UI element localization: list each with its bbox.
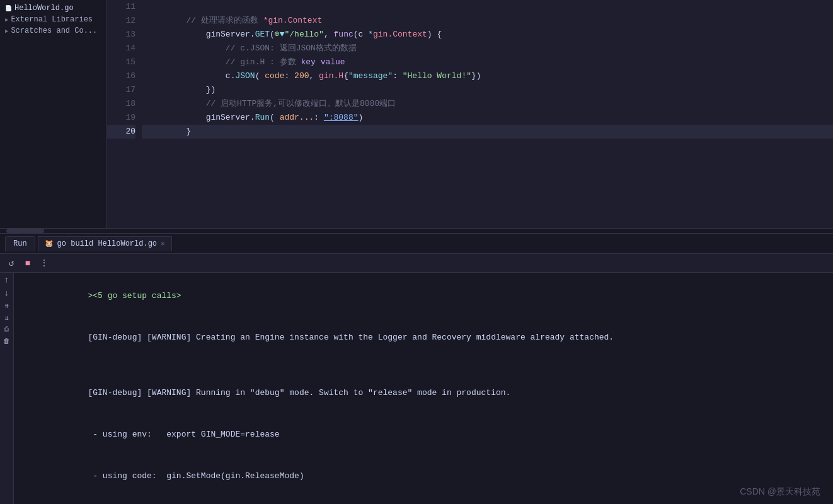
code-15-comma: ,	[309, 71, 319, 81]
scroll-up-icon[interactable]: ↑	[4, 275, 9, 285]
code-12-close: ) {	[427, 30, 442, 39]
code-15-brace: {	[343, 71, 348, 81]
code-12-method: GET	[255, 30, 270, 39]
code-12-ginctx: gin.Context	[373, 30, 427, 39]
code-line-20	[142, 125, 833, 139]
code-15-code: code	[265, 71, 284, 81]
code-12-c: c	[359, 30, 369, 39]
comment-13: // c.JSON: 返回JSON格式的数据	[186, 43, 356, 53]
sidebar-item-helloworld[interactable]: 📄 HelloWorld.go	[0, 3, 106, 14]
code-12-op: ▼	[280, 30, 285, 39]
code-18-port: ":8088"	[324, 113, 359, 122]
code-line-blank1	[142, 139, 833, 152]
line-num-18: 18	[107, 97, 135, 111]
tab-run[interactable]: Run	[5, 236, 35, 251]
output-line-3: [GIN-debug] [WARNING] Running in "debug"…	[14, 372, 833, 414]
code-12-func: func	[334, 30, 353, 39]
code-19-close: }	[186, 127, 191, 136]
panel-tabs: Run 🐹 go build HelloWorld.go ✕	[0, 234, 833, 254]
panel-side-icons: ↑ ↓ ⇈ ⇊ ⎙ 🗑	[0, 273, 14, 504]
line-num-13: 13	[107, 28, 135, 42]
line-num-16: 16	[107, 69, 135, 83]
sidebar-item-scratches[interactable]: ▶ Scratches and Co...	[0, 25, 106, 37]
code-15-msg-key: "message"	[348, 71, 393, 81]
scroll-bottom-icon[interactable]: ⇊	[4, 314, 9, 322]
output-line-6	[14, 497, 833, 504]
stop-button[interactable]: ■	[21, 257, 34, 270]
tab-close-icon[interactable]: ✕	[161, 239, 165, 248]
code-15-colon: :	[284, 71, 294, 81]
code-12-funcparen: (	[353, 30, 359, 39]
code-18-p1: (	[270, 113, 280, 122]
bottom-panel: Run 🐹 go build HelloWorld.go ✕ ↺ ■ ⋮ ↑ ↓…	[0, 233, 833, 504]
code-editor[interactable]: 11 12 13 14 15 16 17 18 19 20 // 处理请求的函数…	[107, 0, 833, 228]
output-line-2	[14, 358, 833, 372]
code-15-c: c.	[186, 71, 235, 81]
scroll-top-icon[interactable]: ⇈	[4, 302, 9, 310]
comment-11: // 处理请求的函数 *gin.Context	[186, 16, 322, 25]
line-num-20: 20	[107, 125, 135, 139]
line-numbers: 11 12 13 14 15 16 17 18 19 20	[107, 0, 142, 228]
code-12-comma: ,	[324, 30, 334, 39]
comment-14: // gin.H : 参数 key value	[186, 57, 345, 67]
code-15-p1: (	[255, 71, 265, 81]
sidebar-lib-label: External Libraries	[11, 15, 93, 24]
code-15-json: JSON	[235, 71, 255, 81]
line-num-14: 14	[107, 42, 135, 55]
code-line-blank3	[142, 166, 833, 180]
print-icon[interactable]: ⎙	[4, 326, 9, 333]
code-18-addr: addr...	[280, 113, 314, 122]
sidebar: 📄 HelloWorld.go ▶ External Libraries ▶ S…	[0, 0, 107, 228]
more-icon: ⋮	[40, 258, 49, 268]
expand-arrow-icon: ▶	[5, 16, 8, 23]
more-button[interactable]: ⋮	[38, 257, 50, 270]
code-12-paren: (	[270, 30, 275, 39]
watermark: CSDN @景天科技苑	[740, 486, 820, 498]
output-line-setup: ><5 go setup calls>	[14, 275, 833, 317]
file-icon: 📄	[5, 5, 12, 12]
code-15-200: 200	[294, 71, 309, 81]
code-line-17: // 启动HTTP服务,可以修改端口。默认是8080端口	[142, 83, 833, 97]
code-18-colon: :	[314, 113, 324, 122]
code-18-close: )	[358, 113, 363, 122]
output-line-4: - using env: export GIN_MODE=release	[14, 414, 833, 455]
code-16-close: })	[186, 85, 215, 94]
code-18-ginserver: ginServer.	[186, 113, 255, 122]
code-15-ginh: gin.H	[319, 71, 343, 81]
output-line-5: - using code: gin.SetMode(gin.ReleaseMod…	[14, 455, 833, 497]
scrollbar-track[interactable]	[6, 229, 44, 233]
sidebar-item-external-libraries[interactable]: ▶ External Libraries	[0, 14, 106, 25]
comment-17: // 启动HTTP服务,可以修改端口。默认是8080端口	[186, 99, 396, 108]
tab-build-label: go build HelloWorld.go	[57, 239, 157, 248]
clear-icon[interactable]: 🗑	[3, 337, 10, 345]
watermark-text: CSDN @景天科技苑	[740, 486, 820, 496]
sidebar-scratch-label: Scratches and Co...	[11, 26, 97, 35]
code-15-kvsep: :	[393, 71, 403, 81]
code-line-11: // 处理请求的函数 *gin.Context	[142, 0, 833, 14]
code-12-string: "/hello"	[285, 30, 324, 39]
sidebar-file-label: HelloWorld.go	[14, 4, 74, 13]
restart-icon: ↺	[9, 258, 14, 268]
line-num-15: 15	[107, 55, 135, 69]
code-18-run: Run	[255, 113, 270, 122]
line-num-12: 12	[107, 14, 135, 28]
code-12-star: *	[368, 30, 373, 39]
line-num-17: 17	[107, 83, 135, 97]
code-line-blank2	[142, 152, 833, 166]
panel-toolbar: ↺ ■ ⋮	[0, 254, 833, 273]
restart-button[interactable]: ↺	[5, 257, 18, 270]
line-num-11: 11	[107, 0, 135, 14]
panel-body: ↑ ↓ ⇈ ⇊ ⎙ 🗑 ><5 go setup calls> [GIN-deb…	[0, 273, 833, 504]
code-line-blank5	[142, 194, 833, 208]
code-12-globe: ⊕	[275, 30, 280, 39]
output-line-1: [GIN-debug] [WARNING] Creating an Engine…	[14, 317, 833, 358]
code-content[interactable]: // 处理请求的函数 *gin.Context ginServer.GET(⊕▼…	[142, 0, 833, 228]
editor-scrollbar[interactable]	[0, 228, 833, 233]
editor-area: 📄 HelloWorld.go ▶ External Libraries ▶ S…	[0, 0, 833, 228]
expand-arrow-scratches-icon: ▶	[5, 28, 8, 35]
panel-output[interactable]: ><5 go setup calls> [GIN-debug] [WARNING…	[14, 273, 833, 504]
scroll-down-icon[interactable]: ↓	[4, 289, 9, 298]
code-15-closebrace: })	[471, 71, 481, 81]
tab-build-file[interactable]: 🐹 go build HelloWorld.go ✕	[38, 236, 172, 251]
code-15-msg-val: "Hello World!"	[403, 71, 471, 81]
